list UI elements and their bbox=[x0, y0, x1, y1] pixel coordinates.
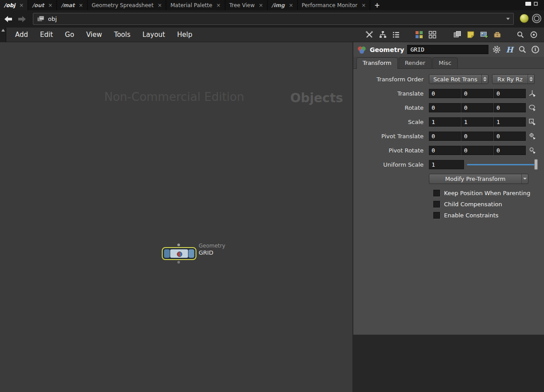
network-context-icon bbox=[37, 16, 45, 22]
node-output-connector[interactable] bbox=[177, 261, 180, 264]
sticky-note-icon[interactable] bbox=[466, 30, 476, 40]
pivot-translate-z-field[interactable]: 0 bbox=[494, 132, 526, 141]
uniform-scale-slider[interactable] bbox=[467, 159, 536, 170]
translate-y-field[interactable]: 0 bbox=[461, 89, 493, 98]
back-button[interactable] bbox=[4, 15, 13, 23]
node-body-icon[interactable] bbox=[170, 249, 188, 258]
translate-x-field[interactable]: 0 bbox=[429, 89, 461, 98]
node-input-connector[interactable] bbox=[177, 244, 180, 246]
close-icon[interactable]: × bbox=[361, 3, 366, 8]
new-tab-button[interactable]: + bbox=[370, 0, 384, 10]
translate-handle-icon[interactable] bbox=[528, 89, 536, 98]
rotate-handle-icon[interactable] bbox=[528, 103, 536, 112]
chevron-down-icon[interactable] bbox=[506, 18, 510, 20]
transform-order-dropdown[interactable]: Scale Rot Trans bbox=[429, 74, 488, 84]
menu-layout[interactable]: Layout bbox=[142, 31, 165, 39]
rotate-z-field[interactable]: 0 bbox=[494, 103, 526, 112]
tab-tree-view[interactable]: Tree View × bbox=[225, 0, 268, 10]
close-icon[interactable]: × bbox=[48, 3, 52, 8]
gear-icon[interactable] bbox=[492, 45, 501, 55]
close-icon[interactable]: × bbox=[259, 3, 263, 8]
layout-grid-icon[interactable] bbox=[428, 30, 437, 40]
enable-constraints-checkbox[interactable] bbox=[433, 212, 440, 219]
rotate-x-field[interactable]: 0 bbox=[429, 103, 461, 112]
scale-x-field[interactable]: 1 bbox=[429, 117, 461, 127]
floating-panes-icon[interactable] bbox=[452, 30, 462, 40]
child-compensation-checkbox[interactable] bbox=[433, 201, 440, 208]
checkbox-row-enable-constraints: Enable Constraints bbox=[433, 210, 544, 221]
crossed-tools-icon[interactable] bbox=[364, 30, 374, 40]
chevron-down-icon[interactable] bbox=[521, 174, 528, 184]
spinner-arrows-icon[interactable] bbox=[481, 75, 488, 84]
network-tree-icon[interactable] bbox=[378, 30, 388, 40]
forward-button[interactable] bbox=[17, 15, 27, 23]
tab-mat[interactable]: /mat × bbox=[57, 0, 88, 10]
scale-y-field[interactable]: 1 bbox=[461, 117, 493, 127]
radial-menu-icon[interactable] bbox=[532, 14, 541, 23]
pivot-translate-y-field[interactable]: 0 bbox=[461, 132, 493, 141]
eye-scope-icon[interactable] bbox=[529, 30, 539, 40]
tab-label: /mat bbox=[61, 2, 75, 8]
menu-edit[interactable]: Edit bbox=[40, 31, 53, 39]
network-editor-canvas[interactable]: Non-Commercial Edition Objects Geometry … bbox=[0, 42, 352, 392]
search-icon[interactable] bbox=[516, 30, 525, 40]
pane-restore-icon[interactable] bbox=[534, 2, 538, 6]
tab-geometry-spreadsheet[interactable]: Geometry Spreadsheet × bbox=[88, 0, 166, 10]
info-icon[interactable]: i bbox=[530, 45, 540, 55]
scale-z-field[interactable]: 1 bbox=[494, 117, 526, 127]
close-icon[interactable]: × bbox=[216, 3, 221, 8]
forward-arrow-icon bbox=[17, 16, 26, 23]
toolbox-icon[interactable] bbox=[492, 30, 502, 40]
menu-tools[interactable]: Tools bbox=[114, 31, 131, 39]
image-add-icon[interactable] bbox=[479, 30, 489, 40]
uniform-scale-field[interactable]: 1 bbox=[429, 160, 464, 169]
menu-view[interactable]: View bbox=[86, 31, 102, 39]
pivot-rotate-y-field[interactable]: 0 bbox=[461, 146, 493, 155]
keep-position-checkbox[interactable] bbox=[433, 190, 440, 196]
pane-maximize-icon[interactable] bbox=[525, 2, 531, 6]
node-display-flag[interactable] bbox=[188, 249, 194, 258]
tab-performance-monitor[interactable]: Performance Monitor × bbox=[298, 0, 371, 10]
rotate-order-dropdown[interactable]: Rx Ry Rz bbox=[492, 74, 535, 84]
pivot-rotate-x-field[interactable]: 0 bbox=[429, 146, 461, 155]
tab-label: Geometry Spreadsheet bbox=[92, 2, 153, 8]
translate-z-field[interactable]: 0 bbox=[494, 89, 526, 98]
tab-obj[interactable]: /obj × bbox=[0, 0, 28, 10]
tab-material-palette[interactable]: Material Palette × bbox=[166, 0, 225, 10]
list-view-icon[interactable] bbox=[391, 30, 401, 40]
tab-label: Performance Monitor bbox=[302, 2, 357, 8]
pivot-rotate-z-field[interactable]: 0 bbox=[494, 146, 526, 155]
network-path-combo[interactable]: obj bbox=[33, 13, 514, 25]
tab-img[interactable]: /img × bbox=[268, 0, 298, 10]
spinner-arrows-icon[interactable] bbox=[528, 75, 534, 84]
desktop-tab-bar: /obj × /out × /mat × Geometry Spreadshee… bbox=[0, 0, 544, 10]
tab-transform[interactable]: Transform bbox=[356, 57, 398, 69]
color-palette-grid-icon[interactable] bbox=[414, 30, 424, 40]
globe-icon[interactable] bbox=[520, 14, 529, 23]
scale-handle-icon[interactable] bbox=[528, 117, 536, 126]
tab-out[interactable]: /out × bbox=[28, 0, 57, 10]
menu-add[interactable]: Add bbox=[15, 31, 28, 39]
close-icon[interactable]: × bbox=[79, 3, 83, 8]
menu-go[interactable]: Go bbox=[65, 31, 74, 39]
houdini-badge-icon[interactable]: H bbox=[504, 45, 514, 55]
pane-expand-strip[interactable] bbox=[0, 28, 6, 42]
close-icon[interactable]: × bbox=[289, 3, 293, 8]
tab-misc[interactable]: Misc bbox=[432, 57, 458, 68]
slider-handle[interactable] bbox=[534, 159, 538, 170]
pivot-translate-handle-icon[interactable] bbox=[528, 132, 536, 140]
rotate-y-field[interactable]: 0 bbox=[461, 103, 493, 112]
close-icon[interactable]: × bbox=[157, 3, 162, 8]
close-icon[interactable]: × bbox=[19, 3, 24, 8]
slider-track[interactable] bbox=[467, 164, 534, 165]
tab-render[interactable]: Render bbox=[399, 57, 432, 68]
window-pane-controls[interactable] bbox=[525, 2, 538, 6]
pivot-translate-x-field[interactable]: 0 bbox=[429, 132, 461, 141]
geometry-node[interactable] bbox=[162, 247, 196, 260]
modify-pre-transform-dropdown[interactable]: Modify Pre-Transform bbox=[429, 174, 528, 184]
node-left-flag[interactable] bbox=[164, 249, 170, 258]
node-name-input[interactable] bbox=[407, 45, 488, 54]
pivot-rotate-handle-icon[interactable] bbox=[528, 146, 536, 155]
menu-help[interactable]: Help bbox=[177, 31, 192, 39]
search-icon[interactable] bbox=[517, 45, 527, 55]
